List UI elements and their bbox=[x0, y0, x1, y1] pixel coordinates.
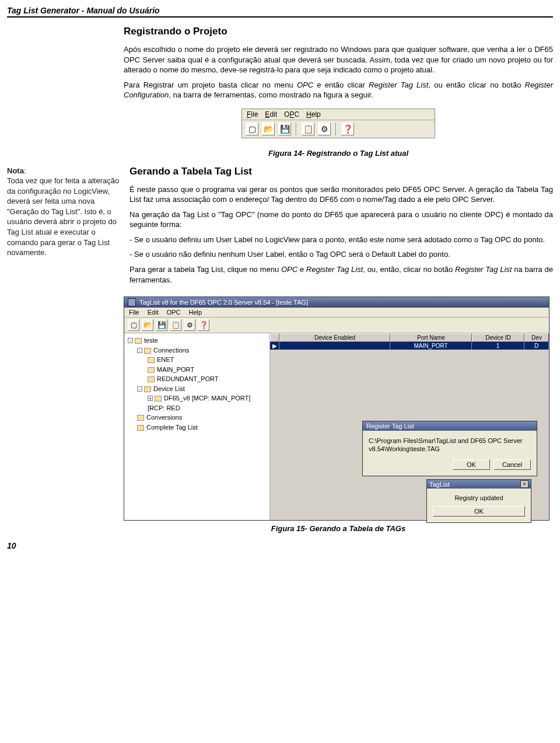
tree-enet[interactable]: ENET bbox=[157, 356, 174, 363]
help-icon[interactable]: ❓ bbox=[198, 319, 209, 331]
message-box: TagList × Registry updated OK bbox=[426, 479, 531, 523]
cell-devid: 1 bbox=[472, 342, 524, 350]
app-menu-bar: File Edit OPC Help bbox=[124, 308, 549, 318]
taglist-icon[interactable]: 📋 bbox=[302, 123, 314, 135]
text: Register Tag List bbox=[455, 265, 512, 274]
taglist-icon[interactable]: 📋 bbox=[170, 319, 181, 331]
col-port-name: Port Name bbox=[390, 333, 472, 342]
dialog-title: Register Tag List bbox=[363, 421, 537, 431]
col-device-id: Device ID bbox=[472, 333, 524, 342]
new-icon[interactable]: ▢ bbox=[246, 123, 258, 135]
figure14-caption: Figura 14- Registrando o Tag List atual bbox=[124, 149, 553, 158]
note-label: Nota bbox=[7, 166, 24, 175]
tree-connections[interactable]: Connections bbox=[153, 347, 189, 354]
section1-para1: Após escolhido o nome do projeto ele dev… bbox=[124, 44, 553, 75]
separator bbox=[296, 123, 297, 135]
section1-para2: Para Registrar um projeto basta clicar n… bbox=[124, 80, 553, 100]
msgbox-text: Registry updated bbox=[433, 494, 525, 501]
register-icon[interactable]: ⚙ bbox=[184, 319, 195, 331]
save-icon[interactable]: 💾 bbox=[278, 123, 291, 135]
text: e bbox=[298, 265, 306, 274]
msgbox-title: TagList × bbox=[427, 480, 531, 489]
tree-main-port[interactable]: MAIN_PORT bbox=[157, 366, 194, 373]
row-indicator: ▶ bbox=[270, 342, 279, 350]
text: , ou então clicar no botão bbox=[428, 81, 524, 89]
cell-enabled bbox=[279, 342, 390, 350]
open-icon[interactable]: 📂 bbox=[142, 319, 153, 331]
grid-header: Device Enabled Port Name Device ID Dev bbox=[270, 333, 549, 342]
app-icon bbox=[128, 298, 136, 306]
sidebar-note: Nota: Toda vez que for feita a alteração… bbox=[7, 166, 124, 289]
section2-p3: - Se o usuário definiu um User Label no … bbox=[130, 235, 553, 245]
menu-help[interactable]: Help bbox=[306, 110, 321, 118]
save-icon[interactable]: 💾 bbox=[156, 319, 167, 331]
text: Para gerar a tabela Tag List, clique no … bbox=[130, 265, 281, 274]
tree-device-list[interactable]: Device List bbox=[153, 385, 185, 392]
figure15-caption: Figura 15- Gerando a Tabela de TAGs bbox=[124, 524, 553, 533]
text: Para Registrar um projeto basta clicar n… bbox=[124, 81, 297, 89]
text: OPC bbox=[297, 81, 313, 89]
section2-p4: - Se o usuário não definiu nenhum User L… bbox=[130, 249, 553, 260]
separator bbox=[335, 123, 337, 135]
app-toolbar: ▢ 📂 💾 📋 ⚙ ❓ bbox=[124, 318, 549, 333]
toolbar-icons: ▢ 📂 💾 📋 ⚙ ❓ bbox=[242, 120, 435, 138]
page-header: Tag List Generator - Manual do Usuário bbox=[7, 6, 553, 18]
section2-p2: Na geração da Tag List o "Tag OPC" (nome… bbox=[130, 210, 553, 230]
note-text: Toda vez que for feita a alteração da co… bbox=[7, 176, 119, 257]
tree-view[interactable]: -teste -Connections ENET MAIN_PORT REDUN… bbox=[124, 333, 270, 520]
menu-edit[interactable]: Edit bbox=[265, 110, 277, 118]
section2-p1: É neste passo que o programa vai gerar o… bbox=[130, 184, 553, 205]
col-dev: Dev bbox=[524, 333, 549, 342]
menu-file[interactable]: File bbox=[247, 110, 258, 118]
page-number: 10 bbox=[7, 541, 553, 550]
close-icon[interactable]: × bbox=[520, 480, 528, 488]
tree-df65[interactable]: DF65_v8 [MCP: MAIN_PORT] [RCP: RED bbox=[148, 395, 250, 411]
menu-file[interactable]: File bbox=[129, 309, 139, 316]
open-icon[interactable]: 📂 bbox=[262, 123, 275, 135]
text: , ou, então, clicar no botão bbox=[363, 265, 455, 274]
ok-button[interactable]: OK bbox=[453, 459, 490, 470]
tree-conversions[interactable]: Conversions bbox=[146, 414, 182, 421]
text: Register Tag List bbox=[306, 265, 363, 274]
text: OPC bbox=[281, 265, 298, 274]
menu-opc[interactable]: OPC bbox=[167, 309, 181, 316]
menu-edit[interactable]: Edit bbox=[148, 309, 159, 316]
app-window: TagList v8 for the DF65 OPC 2.0 Server v… bbox=[124, 296, 550, 521]
section1-heading: Registrando o Projeto bbox=[124, 26, 553, 37]
tree-root[interactable]: teste bbox=[144, 337, 158, 344]
tree-redundant-port[interactable]: REDUNDANT_PORT bbox=[157, 375, 219, 382]
section2-p5: Para gerar a tabela Tag List, clique no … bbox=[130, 264, 553, 285]
register-icon[interactable]: ⚙ bbox=[318, 123, 331, 135]
ok-button[interactable]: OK bbox=[433, 506, 525, 517]
window-title: TagList v8 for the DF65 OPC 2.0 Server v… bbox=[139, 299, 308, 306]
menu-help[interactable]: Help bbox=[189, 309, 202, 316]
text: e então clicar bbox=[313, 81, 369, 89]
grid-area: Device Enabled Port Name Device ID Dev ▶… bbox=[270, 333, 549, 520]
help-icon[interactable]: ❓ bbox=[341, 123, 354, 135]
colon: : bbox=[24, 166, 26, 175]
menu-opc[interactable]: OPC bbox=[284, 110, 299, 118]
tree-complete[interactable]: Complete Tag List bbox=[146, 424, 198, 431]
cell-port: MAIN_PORT bbox=[390, 342, 472, 350]
menu-bar: File Edit OPC Help bbox=[242, 109, 435, 120]
msgbox-title-text: TagList bbox=[429, 481, 450, 488]
text: Register Tag List bbox=[369, 81, 428, 89]
toolbar-figure: File Edit OPC Help ▢ 📂 💾 📋 ⚙ ❓ bbox=[242, 109, 435, 138]
section2-heading: Gerando a Tabela Tag List bbox=[130, 166, 553, 177]
register-dialog: Register Tag List C:\Program Files\Smar\… bbox=[362, 421, 537, 476]
col-device-enabled: Device Enabled bbox=[279, 333, 390, 342]
text: , na barra de ferramentas, como mostrado… bbox=[169, 90, 373, 99]
cell-dev: D bbox=[524, 342, 549, 350]
grid-row[interactable]: ▶ MAIN_PORT 1 D bbox=[270, 342, 549, 350]
cancel-button[interactable]: Cancel bbox=[494, 459, 531, 470]
row-selector bbox=[270, 333, 279, 342]
new-icon[interactable]: ▢ bbox=[128, 319, 139, 331]
dialog-path: C:\Program Files\Smar\TagList and DF65 O… bbox=[369, 437, 531, 454]
title-bar: TagList v8 for the DF65 OPC 2.0 Server v… bbox=[124, 297, 549, 308]
